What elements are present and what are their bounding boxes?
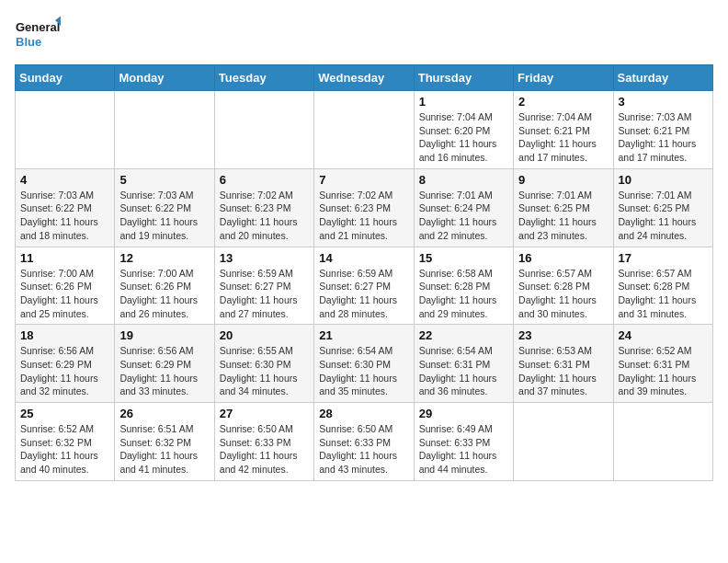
day-number: 12 (119, 251, 209, 265)
calendar-cell: 5Sunrise: 7:03 AMSunset: 6:22 PMDaylight… (115, 168, 214, 247)
day-info: Sunrise: 7:04 AMSunset: 6:21 PMDaylight:… (518, 110, 608, 165)
day-info: Sunrise: 6:56 AMSunset: 6:29 PMDaylight:… (119, 344, 209, 398)
day-info: Sunrise: 7:01 AMSunset: 6:25 PMDaylight:… (518, 189, 608, 243)
day-info: Sunrise: 7:01 AMSunset: 6:24 PMDaylight:… (419, 189, 508, 243)
weekday-header-friday: Friday (514, 65, 613, 91)
calendar-cell: 7Sunrise: 7:02 AMSunset: 6:23 PMDaylight… (314, 168, 414, 247)
day-info: Sunrise: 6:59 AMSunset: 6:27 PMDaylight:… (319, 267, 408, 321)
day-number: 18 (20, 328, 109, 342)
svg-text:General: General (16, 20, 60, 34)
calendar-cell: 13Sunrise: 6:59 AMSunset: 6:27 PMDayligh… (214, 247, 313, 325)
calendar-cell: 3Sunrise: 7:03 AMSunset: 6:21 PMDaylight… (613, 91, 712, 169)
calendar-cell: 28Sunrise: 6:50 AMSunset: 6:33 PMDayligh… (314, 403, 414, 481)
day-number: 10 (619, 173, 708, 187)
calendar-cell: 8Sunrise: 7:01 AMSunset: 6:24 PMDaylight… (414, 168, 513, 247)
day-info: Sunrise: 6:58 AMSunset: 6:28 PMDaylight:… (419, 267, 508, 321)
calendar-cell: 15Sunrise: 6:58 AMSunset: 6:28 PMDayligh… (414, 247, 513, 325)
calendar-cell: 21Sunrise: 6:54 AMSunset: 6:30 PMDayligh… (314, 325, 414, 403)
weekday-header-row: SundayMondayTuesdayWednesdayThursdayFrid… (16, 65, 713, 91)
calendar-cell: 2Sunrise: 7:04 AMSunset: 6:21 PMDaylight… (514, 91, 613, 169)
day-info: Sunrise: 6:50 AMSunset: 6:33 PMDaylight:… (319, 422, 408, 477)
day-number: 28 (319, 407, 408, 420)
calendar-cell: 24Sunrise: 6:52 AMSunset: 6:31 PMDayligh… (613, 325, 712, 403)
calendar-cell: 18Sunrise: 6:56 AMSunset: 6:29 PMDayligh… (16, 325, 115, 403)
calendar-cell: 6Sunrise: 7:02 AMSunset: 6:23 PMDaylight… (214, 168, 313, 247)
day-info: Sunrise: 7:02 AMSunset: 6:23 PMDaylight:… (319, 189, 408, 243)
day-info: Sunrise: 6:50 AMSunset: 6:33 PMDaylight:… (220, 422, 309, 477)
calendar-cell (314, 91, 414, 169)
day-info: Sunrise: 6:57 AMSunset: 6:28 PMDaylight:… (619, 267, 708, 321)
day-info: Sunrise: 6:54 AMSunset: 6:31 PMDaylight:… (419, 344, 508, 398)
calendar-cell (514, 403, 613, 481)
weekday-header-monday: Monday (115, 65, 214, 91)
calendar-cell: 22Sunrise: 6:54 AMSunset: 6:31 PMDayligh… (414, 325, 513, 403)
day-number: 27 (220, 407, 309, 420)
day-info: Sunrise: 7:02 AMSunset: 6:23 PMDaylight:… (220, 189, 309, 243)
day-number: 26 (119, 407, 209, 420)
week-row-5: 25Sunrise: 6:52 AMSunset: 6:32 PMDayligh… (16, 403, 713, 481)
day-number: 4 (20, 173, 109, 187)
day-number: 11 (20, 251, 109, 265)
day-number: 24 (619, 328, 708, 342)
calendar-table: SundayMondayTuesdayWednesdayThursdayFrid… (15, 64, 713, 481)
svg-text:Blue: Blue (16, 35, 41, 49)
calendar-cell (16, 91, 115, 169)
calendar-cell: 23Sunrise: 6:53 AMSunset: 6:31 PMDayligh… (514, 325, 613, 403)
day-number: 1 (419, 95, 508, 109)
weekday-header-tuesday: Tuesday (214, 65, 313, 91)
day-info: Sunrise: 7:01 AMSunset: 6:25 PMDaylight:… (619, 189, 708, 243)
day-info: Sunrise: 6:52 AMSunset: 6:31 PMDaylight:… (619, 344, 708, 398)
calendar-cell (115, 91, 214, 169)
day-number: 20 (220, 328, 309, 342)
calendar-cell: 29Sunrise: 6:49 AMSunset: 6:33 PMDayligh… (414, 403, 513, 481)
day-number: 22 (419, 328, 508, 342)
day-number: 5 (119, 173, 209, 187)
calendar-cell: 9Sunrise: 7:01 AMSunset: 6:25 PMDaylight… (514, 168, 613, 247)
calendar-cell: 11Sunrise: 7:00 AMSunset: 6:26 PMDayligh… (16, 247, 115, 325)
header: General Blue (15, 15, 713, 55)
week-row-4: 18Sunrise: 6:56 AMSunset: 6:29 PMDayligh… (16, 325, 713, 403)
day-info: Sunrise: 6:56 AMSunset: 6:29 PMDaylight:… (20, 344, 109, 398)
week-row-3: 11Sunrise: 7:00 AMSunset: 6:26 PMDayligh… (16, 247, 713, 325)
day-info: Sunrise: 7:00 AMSunset: 6:26 PMDaylight:… (119, 267, 209, 321)
weekday-header-wednesday: Wednesday (314, 65, 414, 91)
day-info: Sunrise: 6:52 AMSunset: 6:32 PMDaylight:… (20, 422, 109, 477)
day-info: Sunrise: 7:03 AMSunset: 6:21 PMDaylight:… (619, 110, 708, 165)
calendar-cell: 27Sunrise: 6:50 AMSunset: 6:33 PMDayligh… (214, 403, 313, 481)
calendar-cell: 25Sunrise: 6:52 AMSunset: 6:32 PMDayligh… (16, 403, 115, 481)
day-info: Sunrise: 6:51 AMSunset: 6:32 PMDaylight:… (119, 422, 209, 477)
day-info: Sunrise: 6:57 AMSunset: 6:28 PMDaylight:… (518, 267, 608, 321)
day-info: Sunrise: 7:00 AMSunset: 6:26 PMDaylight:… (20, 267, 109, 321)
day-number: 13 (220, 251, 309, 265)
day-number: 3 (619, 95, 708, 109)
calendar-cell: 14Sunrise: 6:59 AMSunset: 6:27 PMDayligh… (314, 247, 414, 325)
week-row-1: 1Sunrise: 7:04 AMSunset: 6:20 PMDaylight… (16, 91, 713, 169)
calendar-cell (613, 403, 712, 481)
day-number: 21 (319, 328, 408, 342)
calendar-cell: 17Sunrise: 6:57 AMSunset: 6:28 PMDayligh… (613, 247, 712, 325)
weekday-header-thursday: Thursday (414, 65, 513, 91)
day-info: Sunrise: 7:03 AMSunset: 6:22 PMDaylight:… (20, 189, 109, 243)
day-number: 23 (518, 328, 608, 342)
day-number: 9 (518, 173, 608, 187)
day-number: 2 (518, 95, 608, 109)
day-number: 25 (20, 407, 109, 420)
calendar-cell (214, 91, 313, 169)
day-info: Sunrise: 6:54 AMSunset: 6:30 PMDaylight:… (319, 344, 408, 398)
day-info: Sunrise: 6:53 AMSunset: 6:31 PMDaylight:… (518, 344, 608, 398)
calendar-cell: 26Sunrise: 6:51 AMSunset: 6:32 PMDayligh… (115, 403, 214, 481)
week-row-2: 4Sunrise: 7:03 AMSunset: 6:22 PMDaylight… (16, 168, 713, 247)
day-info: Sunrise: 7:03 AMSunset: 6:22 PMDaylight:… (119, 189, 209, 243)
logo: General Blue (15, 15, 61, 55)
day-number: 15 (419, 251, 508, 265)
day-info: Sunrise: 6:59 AMSunset: 6:27 PMDaylight:… (220, 267, 309, 321)
day-number: 19 (119, 328, 209, 342)
day-number: 16 (518, 251, 608, 265)
calendar-cell: 16Sunrise: 6:57 AMSunset: 6:28 PMDayligh… (514, 247, 613, 325)
day-number: 17 (619, 251, 708, 265)
day-info: Sunrise: 6:49 AMSunset: 6:33 PMDaylight:… (419, 422, 508, 477)
day-number: 29 (419, 407, 508, 420)
day-info: Sunrise: 7:04 AMSunset: 6:20 PMDaylight:… (419, 110, 508, 165)
calendar-cell: 4Sunrise: 7:03 AMSunset: 6:22 PMDaylight… (16, 168, 115, 247)
logo-svg: General Blue (15, 15, 61, 55)
